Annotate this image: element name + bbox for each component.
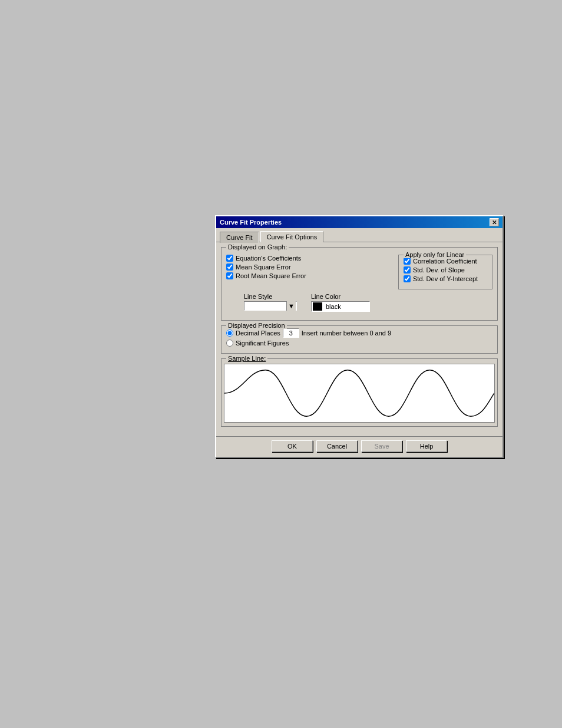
- line-style-select-wrapper: ------ ...... ▼: [244, 301, 297, 311]
- checkbox-label-root-mean: Root Mean Square Error: [236, 272, 306, 279]
- displayed-on-graph-content: Equation's Coefficients Mean Square Erro…: [226, 255, 492, 289]
- checkbox-label-eq-coeff: Equation's Coefficients: [236, 255, 301, 262]
- radio-row-sig-fig: Significant Figures: [226, 340, 492, 347]
- checkbox-eq-coeff[interactable]: [226, 255, 233, 262]
- apply-linear-title: Apply only for Linear: [404, 251, 466, 258]
- checkbox-row-std-y: Std. Dev of Y-Intercept: [404, 275, 487, 282]
- displayed-on-graph-group: Displayed on Graph: Equation's Coefficie…: [221, 247, 498, 321]
- cancel-button[interactable]: Cancel: [316, 440, 358, 452]
- checkbox-row-root-mean: Root Mean Square Error: [226, 272, 394, 279]
- ok-button[interactable]: OK: [272, 440, 313, 452]
- checkbox-row-corr: Correlation Coefficient: [404, 258, 487, 265]
- line-color-select-wrapper: black red blue green: [311, 301, 370, 312]
- checkbox-mean-sq[interactable]: [226, 263, 233, 271]
- help-button[interactable]: Help: [406, 440, 447, 452]
- line-color-label: Line Color: [311, 293, 370, 300]
- checkbox-label-std-y: Std. Dev of Y-Intercept: [413, 275, 478, 282]
- radio-row-decimal: Decimal Places Insert number between 0 a…: [226, 328, 492, 338]
- line-style-select[interactable]: ------ ......: [244, 301, 297, 311]
- tab-bar: Curve Fit Curve Fit Options: [216, 228, 503, 242]
- precision-group-title: Displayed Precision: [226, 322, 287, 329]
- radio-label-decimal: Decimal Places: [236, 330, 280, 337]
- color-swatch: [313, 302, 322, 311]
- left-checkboxes: Equation's Coefficients Mean Square Erro…: [226, 255, 394, 289]
- precision-hint: Insert number between 0 and 9: [302, 330, 391, 337]
- sample-line-group: Sample Line:: [221, 358, 498, 427]
- checkbox-label-corr: Correlation Coefficient: [413, 258, 477, 265]
- line-color-select[interactable]: black red blue green: [325, 302, 352, 311]
- sample-line-title: Sample Line:: [226, 355, 267, 362]
- sample-line-svg: [224, 364, 495, 423]
- radio-decimal-places[interactable]: [226, 330, 233, 337]
- checkbox-row-std-slope: Std. Dev. of Slope: [404, 266, 487, 274]
- precision-group: Displayed Precision Decimal Places Inser…: [221, 325, 498, 354]
- button-row: OK Cancel Save Help: [216, 436, 503, 457]
- checkbox-row-eq-coeff: Equation's Coefficients: [226, 255, 394, 262]
- checkbox-label-std-slope: Std. Dev. of Slope: [413, 266, 465, 274]
- line-color-control: Line Color black red blue green: [311, 293, 370, 312]
- svg-rect-0: [224, 364, 494, 422]
- radio-label-sig-fig: Significant Figures: [236, 340, 289, 347]
- checkbox-row-mean-sq: Mean Square Error: [226, 263, 394, 271]
- radio-sig-figures[interactable]: [226, 340, 233, 347]
- checkbox-corr-coeff[interactable]: [404, 258, 411, 265]
- displayed-on-graph-title: Displayed on Graph:: [226, 243, 289, 251]
- tab-curve-fit-options[interactable]: Curve Fit Options: [260, 231, 324, 242]
- close-button[interactable]: ✕: [490, 218, 499, 226]
- checkbox-root-mean[interactable]: [226, 272, 233, 279]
- line-style-control: Line Style ------ ...... ▼: [244, 293, 297, 312]
- tab-curve-fit[interactable]: Curve Fit: [220, 232, 259, 243]
- dialog-body: Displayed on Graph: Equation's Coefficie…: [216, 242, 503, 436]
- line-style-color-row: Line Style ------ ...... ▼ Line Color: [226, 293, 492, 312]
- curve-fit-properties-dialog: Curve Fit Properties ✕ Curve Fit Curve F…: [215, 215, 504, 458]
- checkbox-label-mean-sq: Mean Square Error: [236, 263, 291, 271]
- save-button[interactable]: Save: [361, 440, 402, 452]
- dialog-title: Curve Fit Properties: [220, 219, 282, 226]
- precision-input[interactable]: [283, 328, 299, 338]
- checkbox-std-slope[interactable]: [404, 266, 411, 274]
- checkbox-std-y[interactable]: [404, 275, 411, 282]
- apply-linear-group: Apply only for Linear Correlation Coeffi…: [398, 255, 492, 289]
- line-style-label: Line Style: [244, 293, 297, 300]
- title-bar: Curve Fit Properties ✕: [216, 216, 503, 228]
